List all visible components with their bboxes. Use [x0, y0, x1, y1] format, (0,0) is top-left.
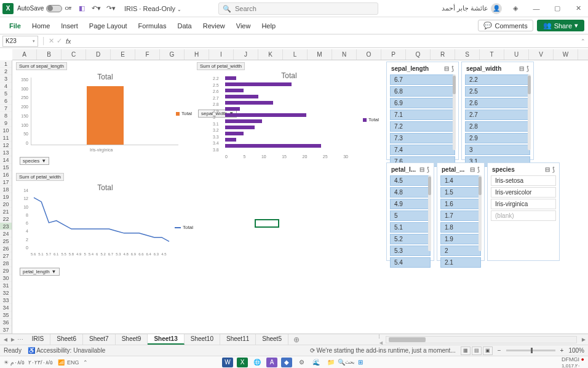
slicer-item[interactable]: 1.5 [440, 187, 481, 198]
row-header[interactable]: 30 [0, 274, 12, 282]
sheet-tab[interactable]: Sheet6 [50, 334, 83, 345]
chart-petal-width-line[interactable]: Sum of petal_width Total 14121086420 5.6… [16, 172, 194, 277]
col-header[interactable]: G [160, 49, 185, 60]
scrollbar[interactable] [428, 175, 431, 251]
tab-review[interactable]: Review [197, 17, 231, 34]
row-header[interactable]: 22 [0, 215, 12, 223]
col-header[interactable]: D [86, 49, 111, 60]
col-header[interactable]: N [332, 49, 357, 60]
zoom-out[interactable]: − [498, 347, 501, 354]
zoom-level[interactable]: 100% [568, 347, 584, 354]
row-header[interactable]: 8 [0, 112, 12, 119]
clear-filter-icon[interactable]: ⟆ [427, 166, 429, 173]
slicer-item[interactable]: 5.3 [390, 246, 431, 256]
row-header[interactable]: 29 [0, 267, 12, 274]
chrome-icon[interactable]: 🌐 [252, 358, 263, 367]
tray-chevron-icon[interactable]: ⌃ [83, 359, 88, 366]
slicer-sepal-length[interactable]: sepal_length⊟⟆ 6.76.86.97.17.27.37.47.6 [386, 62, 459, 160]
row-header[interactable]: 32 [0, 289, 12, 297]
tab-help[interactable]: Help [256, 17, 281, 34]
app-icon-1[interactable]: A [266, 358, 277, 367]
start-icon[interactable]: ⊞ [355, 358, 366, 367]
fx-icon[interactable]: fx [66, 38, 71, 45]
row-header[interactable]: 13 [0, 149, 12, 156]
slicer-item[interactable]: (blank) [491, 210, 556, 221]
col-header[interactable]: W [554, 49, 578, 60]
slicer-item[interactable]: 5 [390, 210, 431, 221]
search-taskbar[interactable]: 🔍 بحث [340, 358, 351, 367]
sheet-tab[interactable]: Sheet9 [116, 334, 148, 345]
slicer-item[interactable]: 2 [440, 246, 481, 256]
minimize-button[interactable]: — [529, 1, 544, 16]
sheet-tab[interactable]: IRIS [26, 334, 50, 345]
slicer-item[interactable]: 4.8 [390, 187, 431, 198]
row-header[interactable]: 28 [0, 260, 12, 267]
slicer-item[interactable]: 1.8 [440, 222, 481, 233]
slicer-item[interactable]: 6.9 [390, 98, 455, 108]
multiselect-icon[interactable]: ⊟ [444, 65, 449, 72]
slicer-item[interactable]: 6.8 [390, 86, 455, 97]
document-title[interactable]: IRIS · Read-Only ⌄ [124, 5, 181, 12]
app-icon-2[interactable]: ◆ [281, 358, 292, 367]
slicer-item[interactable]: 2.7 [465, 110, 530, 120]
slicer-item[interactable]: 2.2 [465, 74, 530, 85]
col-header[interactable]: R [431, 49, 455, 60]
row-header[interactable]: 17 [0, 178, 12, 186]
row-header[interactable]: 26 [0, 245, 12, 252]
row-header[interactable]: 16 [0, 171, 12, 178]
sheet-tab[interactable]: Sheet7 [83, 334, 116, 345]
sheet-body[interactable]: Sum of sepal_length Total 35030025020015… [12, 60, 588, 334]
scrollbar[interactable] [479, 175, 482, 251]
close-button[interactable]: ✕ [571, 1, 586, 16]
collapse-ribbon-icon[interactable]: ⌃ [581, 38, 586, 44]
clear-filter-icon[interactable]: ⟆ [477, 166, 480, 173]
slicer-petal-length[interactable]: petal_l...⊟⟆ 4.54.84.955.15.25.35.4 [386, 162, 434, 261]
scrollbar[interactable] [528, 74, 531, 150]
scrollbar[interactable] [453, 74, 456, 150]
edge-icon[interactable]: 🌊 [311, 358, 322, 367]
col-header[interactable]: K [258, 49, 283, 60]
tab-formulas[interactable]: Formulas [133, 17, 172, 34]
tab-view[interactable]: View [231, 17, 256, 34]
col-header[interactable]: U [504, 49, 529, 60]
slicer-item[interactable]: 5.1 [390, 222, 431, 233]
view-page-break[interactable]: ▣ [483, 346, 493, 355]
explorer-icon[interactable]: 📁 [325, 358, 336, 367]
stock-widget[interactable]: DFMGI ●1,017.٢٠ [562, 356, 584, 369]
col-header[interactable]: H [185, 49, 209, 60]
row-header[interactable]: 4 [0, 82, 12, 90]
slicer-item[interactable]: 1.9 [440, 234, 481, 244]
row-header[interactable]: 35 [0, 311, 12, 319]
row-header[interactable]: 31 [0, 282, 12, 289]
row-header[interactable]: 14 [0, 156, 12, 164]
add-sheet-button[interactable]: ⊕ [288, 335, 304, 344]
row-header[interactable]: 7 [0, 105, 12, 112]
col-header[interactable]: A [12, 49, 37, 60]
col-header[interactable]: Q [406, 49, 431, 60]
col-header[interactable]: C [62, 49, 86, 60]
multiselect-icon[interactable]: ⊟ [519, 65, 524, 72]
sheet-tab[interactable]: Sheet11 [220, 334, 256, 345]
slicer-item[interactable]: 3 [465, 145, 530, 155]
autosave-toggle[interactable]: AutoSave Off [17, 5, 71, 12]
word-icon[interactable]: W [222, 358, 233, 367]
comments-button[interactable]: 💬 Comments [478, 20, 533, 31]
slicer-item[interactable]: 7.1 [390, 110, 455, 120]
slicer-species[interactable]: species⊟⟆ Iris-setosaIris-versicolorIris… [487, 162, 560, 261]
slicer-item[interactable]: 1.7 [440, 210, 481, 221]
horizontal-scrollbar[interactable] [386, 336, 577, 343]
maximize-button[interactable]: ▢ [550, 1, 565, 16]
accessibility-status[interactable]: ♿ Accessibility: Unavailable [28, 347, 106, 354]
row-header[interactable]: 25 [0, 238, 12, 245]
multiselect-icon[interactable]: ⊟ [545, 166, 550, 173]
slicer-item[interactable]: Iris-setosa [491, 175, 556, 186]
row-header[interactable]: 2 [0, 68, 12, 75]
tab-data[interactable]: Data [172, 17, 197, 34]
active-cell[interactable] [255, 219, 279, 228]
tab-page-layout[interactable]: Page Layout [84, 17, 133, 34]
multiselect-icon[interactable]: ⊟ [419, 166, 424, 173]
row-header[interactable]: 10 [0, 127, 12, 134]
col-header[interactable]: E [111, 49, 135, 60]
row-header[interactable]: 34 [0, 304, 12, 311]
user-account[interactable]: عائشة جابر أحمد 👤 [442, 3, 502, 14]
